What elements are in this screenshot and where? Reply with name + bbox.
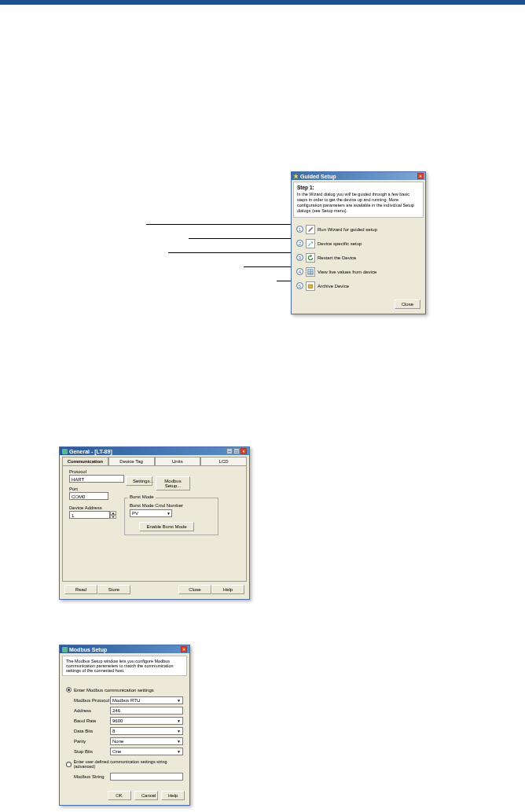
- modbus-title: Modbus Setup: [69, 647, 181, 652]
- close-button[interactable]: ×: [181, 646, 187, 652]
- modbus-setup-dialog: Modbus Setup × The Modbus Setup window l…: [59, 645, 190, 806]
- maximize-button[interactable]: □: [233, 448, 240, 454]
- guided-setup-dialog: Guided Setup × Step 1: In the Wizard dia…: [291, 171, 426, 314]
- burst-cmd-select[interactable]: PV ▼: [130, 509, 172, 517]
- modbus-databits-row: Data Bits 8 ▼: [74, 727, 183, 735]
- databits-label: Data Bits: [74, 729, 110, 733]
- chevron-down-icon: ▼: [177, 729, 181, 733]
- step-title: Step 1:: [297, 185, 420, 190]
- svg-rect-7: [308, 284, 313, 285]
- device-address-value[interactable]: 1: [69, 511, 110, 519]
- burst-mode-legend: Burst Mode: [128, 494, 156, 499]
- device-icon: [62, 647, 68, 652]
- address-label: Address: [74, 708, 110, 713]
- svg-marker-0: [294, 174, 299, 178]
- modbus-parity-row: Parity None ▼: [74, 737, 183, 745]
- modbus-description: The Modbus Setup window lets you configu…: [62, 656, 187, 676]
- baud-select[interactable]: 9600 ▼: [110, 717, 183, 725]
- tab-device-tag[interactable]: Device Tag: [108, 457, 155, 465]
- tab-units[interactable]: Units: [155, 457, 201, 465]
- general-titlebar: General - [LT-89] – □ ×: [60, 447, 249, 455]
- close-button[interactable]: Close: [395, 299, 420, 309]
- protocol-label: Modbus Protocol: [74, 698, 110, 703]
- radio-enter-settings[interactable]: Enter Modbus communication settings: [66, 687, 183, 693]
- baud-value: 9600: [112, 718, 123, 723]
- guided-footer: Close: [292, 296, 425, 314]
- parity-value: None: [112, 739, 123, 744]
- protocol-value: HART: [69, 475, 124, 483]
- radio-user-string[interactable]: Enter user defined communication setting…: [66, 759, 183, 769]
- pencil-icon: [306, 225, 315, 234]
- stopbits-select[interactable]: One ▼: [110, 748, 183, 755]
- modbus-string-label: Modbus String: [74, 774, 110, 779]
- chevron-down-icon: ▼: [167, 511, 171, 516]
- parity-select[interactable]: None ▼: [110, 737, 183, 745]
- modbus-baud-row: Baud Rate 9600 ▼: [74, 717, 183, 725]
- help-button[interactable]: Help: [161, 791, 185, 800]
- option-label: Archive Device: [318, 284, 349, 288]
- step-number: 1: [296, 226, 303, 233]
- modbus-body: Enter Modbus communication settings Modb…: [60, 678, 189, 788]
- close-button[interactable]: ×: [240, 448, 247, 454]
- device-address-field: Device Address 1 ▲ ▼: [69, 505, 116, 519]
- modbus-address-row: Address 246 ▼: [74, 707, 183, 715]
- close-button[interactable]: ×: [417, 173, 424, 179]
- window-buttons: – □ ×: [226, 448, 247, 454]
- page-header-bar: [0, 0, 525, 5]
- option-label: View live values from device: [318, 270, 376, 274]
- burst-cmd-value: PV: [132, 511, 138, 516]
- option-label: Run Wizard for guided setup: [318, 227, 377, 232]
- tab-lcd[interactable]: LCD: [200, 457, 247, 465]
- chevron-down-icon: ▼: [177, 698, 181, 703]
- modbus-string-input[interactable]: [110, 773, 183, 781]
- close-button[interactable]: Close: [178, 585, 211, 594]
- step-number: 2: [296, 240, 303, 247]
- general-tabs: Communication Device Tag Units LCD: [60, 455, 249, 465]
- radio-icon: [66, 762, 72, 767]
- baud-label: Baud Rate: [74, 718, 110, 723]
- protocol-value: Modbus RTU: [112, 698, 140, 703]
- radio-icon: [66, 687, 72, 693]
- guided-option-archive[interactable]: 5 Archive Device: [296, 279, 420, 293]
- table-icon: [306, 267, 315, 277]
- address-value: 246: [112, 708, 120, 713]
- guided-option-wizard[interactable]: 1 Run Wizard for guided setup: [296, 222, 420, 237]
- device-address-spinner[interactable]: 1 ▲ ▼: [69, 511, 116, 519]
- databits-select[interactable]: 8 ▼: [110, 727, 183, 735]
- footer-spacer: [130, 585, 178, 594]
- step-text: In the Wizard dialog you will be guided …: [297, 192, 420, 215]
- modbus-setup-button[interactable]: Modbus Setup...: [156, 476, 190, 491]
- stopbits-label: Stop Bits: [74, 749, 110, 754]
- ok-button[interactable]: OK: [108, 791, 131, 800]
- guided-titlebar: Guided Setup ×: [292, 172, 425, 180]
- step-number: 3: [296, 254, 303, 261]
- guided-option-device-setup[interactable]: 2 Device specific setup: [296, 237, 420, 251]
- connector-line-4: [244, 266, 296, 267]
- svg-rect-6: [308, 285, 313, 288]
- protocol-select[interactable]: Modbus RTU ▼: [110, 696, 183, 704]
- read-button[interactable]: Read: [64, 585, 97, 594]
- guided-option-restart[interactable]: 3 Restart the Device: [296, 251, 420, 265]
- help-button[interactable]: Help: [211, 585, 244, 594]
- radio-label: Enter user defined communication setting…: [74, 759, 183, 769]
- cancel-button[interactable]: Cancel: [134, 791, 158, 800]
- guided-options: 1 Run Wizard for guided setup 2 Device s…: [292, 219, 425, 296]
- port-field: Port COM0: [69, 487, 108, 500]
- tab-communication[interactable]: Communication: [62, 457, 108, 465]
- spin-down-button[interactable]: ▼: [110, 515, 116, 519]
- enable-burst-button[interactable]: Enable Burst Mode: [139, 522, 194, 531]
- restart-icon: [306, 253, 315, 263]
- step-number: 4: [296, 268, 303, 275]
- parity-label: Parity: [74, 739, 110, 744]
- general-footer: Read Store Close Help: [60, 582, 249, 599]
- minimize-button[interactable]: –: [226, 448, 233, 454]
- settings-button[interactable]: Settings...: [126, 476, 152, 486]
- store-button[interactable]: Store: [97, 585, 130, 594]
- address-input[interactable]: 246 ▼: [110, 707, 183, 715]
- option-label: Restart the Device: [318, 255, 356, 260]
- guided-option-view-live[interactable]: 4 View live values from device: [296, 265, 420, 279]
- svg-rect-1: [312, 226, 314, 228]
- option-label: Device specific setup: [318, 241, 362, 246]
- protocol-field: Protocol HART: [69, 469, 124, 483]
- connector-line-1: [146, 224, 296, 225]
